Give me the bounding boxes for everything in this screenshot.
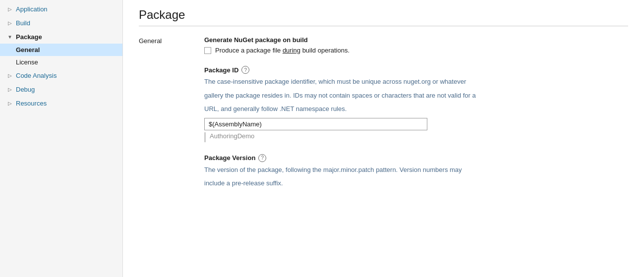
sidebar-item-label: Build — [16, 19, 30, 27]
package-version-label: Package Version ? — [204, 154, 628, 162]
package-id-description-2: gallery the package resides in. IDs may … — [204, 91, 628, 101]
hint-text: AuthoringDemo — [210, 132, 254, 140]
sidebar-sub-item-label: License — [16, 58, 38, 66]
package-id-description-3: URL, and generally follow .NET namespace… — [204, 104, 628, 114]
sidebar-sub-item-label: General — [16, 46, 40, 54]
sidebar-item-label: Resources — [16, 100, 47, 107]
main-content: Package General Generate NuGet package o… — [123, 0, 644, 277]
sidebar-item-label: Application — [16, 5, 48, 13]
package-version-field: Package Version ? The version of the pac… — [204, 154, 628, 188]
sidebar-item-build[interactable]: ▷ Build — [0, 16, 122, 30]
sidebar: ▷ Application ▷ Build ▼ Package General … — [0, 0, 123, 277]
generate-nuget-field: Generate NuGet package on build Produce … — [204, 36, 628, 54]
sidebar-item-code-analysis[interactable]: ▷ Code Analysis — [0, 68, 122, 82]
package-id-label: Package ID ? — [204, 66, 628, 74]
package-version-description-2: include a pre-release suffix. — [204, 178, 628, 188]
section-label: General — [139, 36, 188, 200]
sidebar-item-resources[interactable]: ▷ Resources — [0, 96, 122, 110]
sidebar-item-label: Debug — [16, 86, 35, 93]
chevron-right-icon: ▷ — [6, 99, 14, 107]
package-id-input[interactable] — [204, 118, 427, 130]
chevron-right-icon: ▷ — [6, 19, 14, 27]
produce-package-checkbox-row: Produce a package file during build oper… — [204, 47, 628, 54]
hint-bar — [204, 132, 206, 142]
sidebar-sub-item-general[interactable]: General — [0, 44, 122, 56]
general-section: General Generate NuGet package on build … — [139, 36, 628, 200]
package-id-help-icon[interactable]: ? — [241, 66, 249, 74]
package-version-description-1: The version of the package, following th… — [204, 165, 628, 175]
sidebar-item-label: Code Analysis — [16, 72, 57, 79]
chevron-down-icon: ▼ — [6, 33, 14, 41]
page-title: Package — [139, 8, 628, 22]
chevron-right-icon: ▷ — [6, 5, 14, 13]
produce-package-checkbox[interactable] — [204, 47, 211, 54]
checkbox-label: Produce a package file during build oper… — [215, 47, 350, 54]
generate-nuget-label: Generate NuGet package on build — [204, 36, 628, 44]
sidebar-sub-item-license[interactable]: License — [0, 56, 122, 68]
chevron-right-icon: ▷ — [6, 85, 14, 93]
sidebar-item-application[interactable]: ▷ Application — [0, 2, 122, 16]
chevron-right-icon: ▷ — [6, 71, 14, 79]
section-content: Generate NuGet package on build Produce … — [204, 36, 628, 200]
during-text: during — [283, 47, 300, 54]
package-id-hint: AuthoringDemo — [204, 132, 628, 142]
title-divider — [139, 26, 628, 26]
sidebar-item-package[interactable]: ▼ Package — [0, 30, 122, 44]
sidebar-item-debug[interactable]: ▷ Debug — [0, 82, 122, 96]
sidebar-item-label: Package — [16, 33, 42, 41]
package-id-field: Package ID ? The case-insensitive packag… — [204, 66, 628, 142]
package-id-description-1: The case-insensitive package identifier,… — [204, 77, 628, 87]
package-version-help-icon[interactable]: ? — [258, 154, 266, 162]
